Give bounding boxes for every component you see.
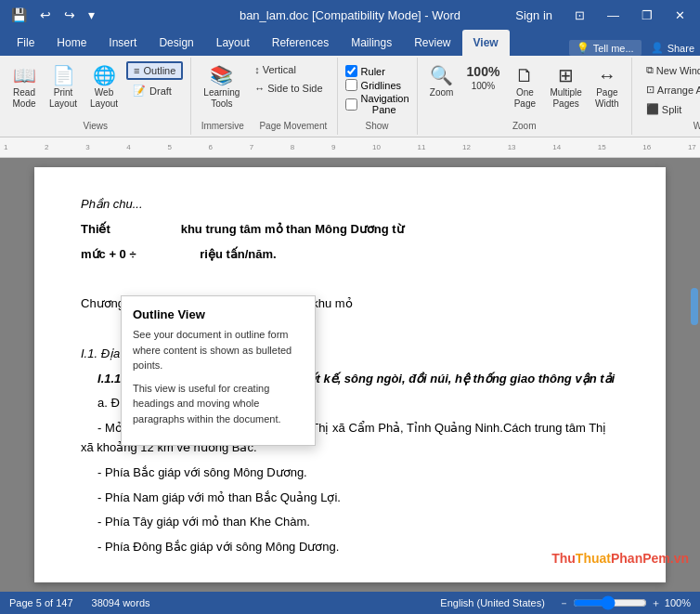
split-icon: ⬛ bbox=[646, 103, 659, 115]
tab-design[interactable]: Design bbox=[148, 30, 204, 56]
ribbon: 📖 ReadMode 📄 PrintLayout 🌐 WebLayout ≡ O… bbox=[0, 56, 700, 137]
side-to-side-button[interactable]: ↔ Side to Side bbox=[248, 80, 329, 97]
zoom-100-icon: 100% bbox=[467, 64, 500, 80]
undo-icon[interactable]: ↩ bbox=[36, 6, 55, 24]
zoom-group-label: Zoom bbox=[512, 119, 537, 131]
page-width-button[interactable]: ↔ PageWidth bbox=[590, 61, 624, 112]
show-group-label: Show bbox=[366, 119, 389, 131]
new-window-button[interactable]: ⧉ New Window bbox=[640, 61, 700, 79]
zoom-100-button[interactable]: 100% 100% bbox=[462, 61, 505, 95]
ribbon-group-immersive: 📚 LearningTools ↕ Vertical ↔ Side to Sid… bbox=[191, 58, 337, 135]
doc-para-2: - Phía Bắc giáp với sông Mông Dương. bbox=[81, 464, 619, 483]
views-group-label: Views bbox=[83, 119, 108, 131]
web-layout-icon: 🌐 bbox=[93, 64, 116, 86]
outline-icon: ≡ bbox=[134, 65, 139, 76]
restore-button[interactable]: ❐ bbox=[634, 7, 660, 24]
zoom-out-icon[interactable]: － bbox=[559, 596, 569, 610]
redo-icon[interactable]: ↪ bbox=[60, 6, 79, 24]
immersive-buttons: 📚 LearningTools ↕ Vertical ↔ Side to Sid… bbox=[199, 61, 329, 119]
draft-button[interactable]: 📝 Draft bbox=[126, 82, 183, 99]
tab-references[interactable]: References bbox=[261, 30, 340, 56]
ribbon-group-show: Ruler Gridlines Navigation Pane Show bbox=[338, 58, 418, 135]
title-bar: 💾 ↩ ↪ ▾ ban_lam.doc [Compatibility Mode]… bbox=[0, 0, 700, 30]
gridlines-checkbox-label[interactable]: Gridlines bbox=[345, 79, 401, 91]
read-mode-icon: 📖 bbox=[13, 64, 36, 86]
ruler: 1234567891011121314151617 bbox=[0, 137, 700, 158]
print-layout-icon: 📄 bbox=[52, 64, 75, 86]
doc-para-5: - Phía Đông Bắc giáp với sông Mông Dương… bbox=[81, 538, 619, 557]
lightbulb-icon: 💡 bbox=[577, 42, 590, 54]
doc-line-3: mức + 0 ÷ riệu tấn/năm. bbox=[81, 245, 619, 265]
vertical-button[interactable]: ↕ Vertical bbox=[248, 61, 329, 78]
tab-review[interactable]: Review bbox=[403, 30, 461, 56]
one-page-button[interactable]: 🗋 OnePage bbox=[508, 61, 541, 112]
language-info[interactable]: English (United States) bbox=[440, 597, 545, 608]
title-bar-controls: Sign in ⊡ — ❐ ✕ bbox=[508, 7, 693, 24]
window-title: ban_lam.doc [Compatibility Mode] - Word bbox=[240, 8, 460, 22]
ribbon-group-window: ⧉ New Window ⊡ Arrange All ⬛ Split 🪟 Swi… bbox=[632, 58, 700, 135]
split-button[interactable]: ⬛ Split bbox=[640, 100, 700, 118]
vertical-icon: ↕ bbox=[254, 64, 260, 75]
gridlines-checkbox[interactable] bbox=[345, 79, 357, 91]
doc-spacer-1 bbox=[81, 269, 619, 289]
title-bar-left: 💾 ↩ ↪ ▾ bbox=[7, 6, 98, 24]
zoom-slider[interactable]: － ＋ 100% bbox=[559, 595, 691, 610]
immersive-group-label: Immersive Page Movement bbox=[201, 119, 328, 131]
side-to-side-icon: ↔ bbox=[254, 83, 265, 94]
zoom-in-icon[interactable]: ＋ bbox=[651, 596, 661, 610]
doc-line-1: Phần chu... bbox=[81, 195, 619, 215]
new-window-icon: ⧉ bbox=[646, 64, 654, 76]
word-count: 38094 words bbox=[92, 597, 150, 608]
print-layout-button[interactable]: 📄 PrintLayout bbox=[45, 61, 82, 112]
learning-tools-icon: 📚 bbox=[210, 64, 233, 86]
zoom-percent: 100% bbox=[665, 597, 691, 608]
tab-insert[interactable]: Insert bbox=[97, 30, 148, 56]
doc-line-2: Thiết khu trung tâm mỏ than Mông Dương t… bbox=[81, 220, 619, 240]
doc-para-3: - Phía Nam giáp với mỏ than Bắc Quảng Lợ… bbox=[81, 489, 619, 508]
status-right: English (United States) － ＋ 100% bbox=[440, 595, 691, 610]
page-info: Page 5 of 147 bbox=[9, 597, 73, 608]
one-page-icon: 🗋 bbox=[515, 64, 534, 86]
zoom-button[interactable]: 🔍 Zoom bbox=[425, 61, 459, 101]
tab-layout[interactable]: Layout bbox=[205, 30, 261, 56]
ribbon-group-views: 📖 ReadMode 📄 PrintLayout 🌐 WebLayout ≡ O… bbox=[0, 58, 191, 135]
navigation-pane-checkbox-label[interactable]: Navigation Pane bbox=[345, 93, 409, 115]
popup-desc2: This view is useful for creating heading… bbox=[133, 381, 304, 427]
signin-button[interactable]: Sign in bbox=[508, 7, 560, 24]
tab-view[interactable]: View bbox=[462, 30, 510, 56]
zoom-icon: 🔍 bbox=[430, 64, 453, 86]
status-bar: Page 5 of 147 38094 words English (Unite… bbox=[0, 592, 700, 614]
outline-button[interactable]: ≡ Outline bbox=[126, 61, 183, 80]
quick-access-more[interactable]: ▾ bbox=[84, 6, 98, 24]
close-button[interactable]: ✕ bbox=[668, 7, 693, 24]
scroll-indicator[interactable] bbox=[691, 288, 698, 325]
ribbon-group-zoom: 🔍 Zoom 100% 100% 🗋 OnePage ⊞ MultiplePag… bbox=[418, 58, 632, 135]
doc-para-4: - Phía Tây giáp với mỏ than Khe Chàm. bbox=[81, 513, 619, 532]
multiple-pages-icon: ⊞ bbox=[558, 64, 574, 86]
window-group-label: Window bbox=[694, 119, 700, 131]
arrange-all-button[interactable]: ⊡ Arrange All bbox=[640, 81, 700, 98]
watermark-text: ThuThuatPhanPem.vn bbox=[551, 551, 689, 566]
read-mode-button[interactable]: 📖 ReadMode bbox=[7, 61, 41, 112]
tab-file[interactable]: File bbox=[6, 30, 45, 56]
outline-view-popup: Outline View See your document in outlin… bbox=[121, 295, 316, 446]
popup-desc1: See your document in outline form where … bbox=[133, 327, 304, 373]
ribbon-display-button[interactable]: ⊡ bbox=[567, 7, 592, 24]
word-icon: 💾 bbox=[7, 6, 31, 24]
web-layout-button[interactable]: 🌐 WebLayout bbox=[85, 61, 123, 112]
minimize-button[interactable]: — bbox=[600, 7, 627, 24]
tab-mailings[interactable]: Mailings bbox=[340, 30, 403, 56]
zoom-range-input[interactable] bbox=[573, 595, 647, 610]
navigation-pane-checkbox[interactable] bbox=[345, 98, 357, 111]
multiple-pages-button[interactable]: ⊞ MultiplePages bbox=[545, 61, 586, 112]
ruler-checkbox-label[interactable]: Ruler bbox=[345, 65, 385, 77]
popup-title: Outline View bbox=[133, 307, 304, 321]
tell-me-box[interactable]: 💡 Tell me... bbox=[569, 40, 642, 56]
draft-icon: 📝 bbox=[133, 85, 146, 97]
ruler-checkbox[interactable] bbox=[345, 65, 357, 77]
learning-tools-button[interactable]: 📚 LearningTools bbox=[199, 61, 244, 112]
views-buttons: 📖 ReadMode 📄 PrintLayout 🌐 WebLayout ≡ O… bbox=[7, 61, 183, 119]
share-button[interactable]: 👤 Share bbox=[651, 42, 694, 54]
tab-home[interactable]: Home bbox=[45, 30, 97, 56]
document-area: Phần chu... Thiết khu trung tâm mỏ than … bbox=[0, 158, 700, 592]
